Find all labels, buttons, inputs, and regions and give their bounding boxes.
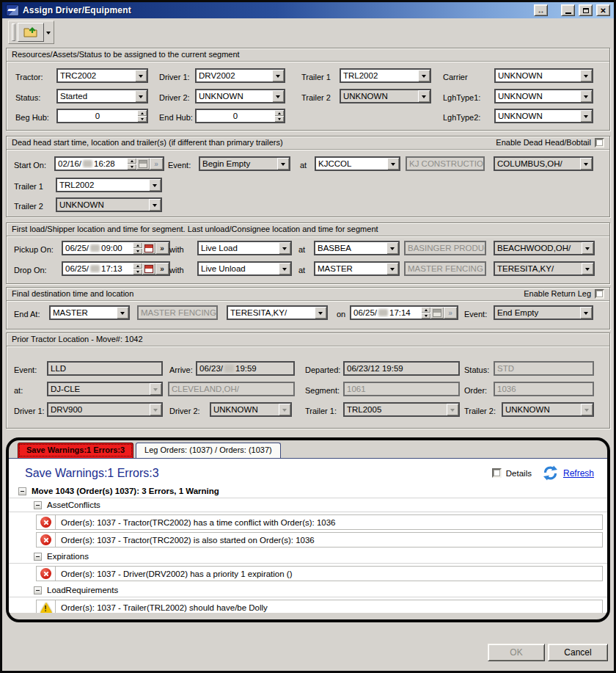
- calendar-button: [430, 307, 444, 319]
- more-times-button[interactable]: »: [155, 242, 169, 254]
- final-datetime[interactable]: 06/25/17:14 »: [350, 305, 458, 320]
- details-checkbox[interactable]: [492, 468, 502, 478]
- pickup-datetime[interactable]: 06/25/09:00 »: [62, 241, 170, 255]
- dropdown-arrow-icon[interactable]: [580, 90, 592, 102]
- dropdown-arrow-icon[interactable]: [279, 263, 290, 274]
- collapse-icon[interactable]: [34, 586, 42, 594]
- dropdown-arrow-icon[interactable]: [272, 90, 284, 102]
- collapse-icon[interactable]: [34, 553, 42, 561]
- titlebar[interactable]: Assign Driver/Equipment ↔ ✕: [2, 2, 614, 18]
- driver2-combo[interactable]: UNKNOWN: [195, 89, 285, 103]
- dh-location-code-combo[interactable]: KJCCOL: [315, 156, 400, 171]
- dh-trailer1-combo[interactable]: TRL2002: [56, 178, 162, 192]
- lghtype2-combo[interactable]: UNKNOWN: [494, 109, 593, 123]
- restore-size-button[interactable]: ↔: [534, 4, 548, 16]
- cancel-button[interactable]: Cancel: [548, 644, 608, 661]
- dropdown-arrow-icon[interactable]: [387, 158, 399, 170]
- group-deadhead: Dead head start time, location and trail…: [6, 136, 610, 217]
- spinner-buttons[interactable]: [137, 110, 147, 122]
- spinner-buttons[interactable]: [127, 158, 136, 170]
- dropdown-arrow-icon[interactable]: [117, 307, 128, 319]
- open-folder-button[interactable]: [18, 23, 44, 42]
- group-resources: Resources/Assets/Status to be assigned t…: [6, 48, 610, 131]
- dh-trailer2-label: Trailer 2: [14, 199, 43, 214]
- prior-segment-label: Segment:: [305, 383, 340, 398]
- dropdown-arrow-icon[interactable]: [386, 242, 398, 254]
- tree-group-row: AssetConflicts: [9, 498, 607, 512]
- refresh-link[interactable]: Refresh: [563, 468, 594, 479]
- calendar-button[interactable]: [142, 263, 155, 274]
- lghtype2-label: LghType2:: [443, 110, 480, 125]
- dh-event-label: Event:: [168, 158, 191, 172]
- enable-deadhead-checkbox[interactable]: [595, 138, 604, 148]
- spinner-buttons[interactable]: [421, 307, 430, 319]
- calendar-icon: [139, 160, 147, 168]
- toolbar-grip[interactable]: [12, 23, 15, 41]
- tab-save-warnings[interactable]: Save Warnings:1 Errors:3: [18, 443, 133, 458]
- drop-at-label: at: [298, 263, 305, 277]
- redacted-year: [90, 265, 100, 272]
- refresh-icon[interactable]: [542, 465, 559, 481]
- minimize-button[interactable]: [561, 4, 575, 16]
- dropdown-arrow-icon: [279, 404, 290, 415]
- pickup-on-label: Pickup On:: [14, 242, 54, 257]
- dropdown-arrow-icon[interactable]: [580, 70, 592, 81]
- collapse-icon[interactable]: [18, 487, 26, 495]
- enable-return-leg-checkbox[interactable]: [595, 289, 604, 299]
- lghtype1-combo[interactable]: UNKNOWN: [494, 89, 593, 103]
- beg-hub-label: Beg Hub:: [15, 110, 49, 125]
- end-at-name-field: MASTER FENCING: [137, 305, 218, 320]
- dh-at-label: at: [300, 158, 307, 172]
- pickup-location-code-combo[interactable]: BASBEA: [314, 241, 400, 255]
- spinner-buttons[interactable]: [133, 263, 142, 274]
- open-folder-dropdown[interactable]: [44, 23, 53, 41]
- dropdown-arrow-icon[interactable]: [315, 307, 326, 319]
- dropdown-arrow-icon[interactable]: [279, 242, 290, 254]
- carrier-combo[interactable]: UNKNOWN: [494, 68, 593, 83]
- maximize-button[interactable]: [579, 4, 593, 16]
- tree-error-item: Order(s): 1037 - Driver(DRV2002) has a p…: [36, 566, 603, 581]
- close-button[interactable]: ✕: [596, 4, 610, 16]
- dropdown-arrow-icon[interactable]: [272, 70, 284, 81]
- pickup-location-name-field: BASINGER PRODUCT: [404, 241, 486, 255]
- end-hub-spinner[interactable]: 0: [195, 109, 285, 123]
- drop-location-city-combo: TERESITA,KY/: [494, 261, 595, 276]
- calendar-button[interactable]: [142, 242, 155, 254]
- pickup-location-city-combo: BEACHWOOD,OH/: [494, 241, 595, 255]
- spinner-buttons[interactable]: [274, 110, 284, 122]
- dropdown-arrow-icon[interactable]: [149, 179, 161, 191]
- driver1-combo[interactable]: DRV2002: [195, 68, 285, 83]
- trailer1-combo[interactable]: TRL2002: [340, 68, 431, 83]
- more-times-button: »: [444, 307, 457, 319]
- tractor-combo[interactable]: TRC2002: [56, 68, 148, 83]
- prior-status-label: Status:: [464, 363, 489, 377]
- status-combo[interactable]: Started: [56, 89, 148, 103]
- tree-root-text: Move 1043 (Order(s) 1037): 3 Errors, 1 W…: [32, 487, 219, 495]
- drop-datetime[interactable]: 06/25/17:13 »: [62, 261, 170, 276]
- prior-driver1-combo: DRV900: [47, 402, 163, 417]
- window-title: Assign Driver/Equipment: [23, 5, 530, 15]
- prior-city-field: CLEVELAND,OH/: [168, 382, 295, 396]
- dropdown-arrow-icon: [150, 383, 161, 395]
- dropdown-arrow-icon: [582, 263, 593, 274]
- more-times-button[interactable]: »: [155, 263, 169, 274]
- pickup-event-combo[interactable]: Live Load: [197, 241, 292, 255]
- start-on-datetime[interactable]: 02/16/16:28 »: [54, 156, 164, 171]
- drop-event-combo[interactable]: Live Unload: [197, 261, 292, 276]
- dropdown-arrow-icon[interactable]: [135, 90, 147, 102]
- end-at-code-combo[interactable]: MASTER: [49, 305, 130, 320]
- beg-hub-spinner[interactable]: 0: [56, 109, 148, 123]
- group-deadhead-title: Dead head start time, location and trail…: [12, 137, 283, 149]
- dropdown-arrow-icon[interactable]: [580, 110, 592, 122]
- dropdown-arrow-icon[interactable]: [418, 70, 430, 81]
- dropdown-arrow-icon[interactable]: [386, 263, 398, 274]
- drop-location-code-combo[interactable]: MASTER: [314, 261, 400, 276]
- collapse-icon[interactable]: [34, 501, 42, 509]
- details-label: Details: [506, 469, 532, 478]
- tab-leg-orders[interactable]: Leg Orders: (1037) / Orders: (1037): [136, 443, 281, 458]
- end-at-city-combo[interactable]: TERESITA,KY/: [227, 305, 328, 320]
- tab-bar: Save Warnings:1 Errors:3 Leg Orders: (10…: [9, 440, 607, 458]
- spinner-buttons[interactable]: [133, 242, 142, 254]
- prior-status-field: STD: [494, 361, 594, 376]
- dropdown-arrow-icon[interactable]: [135, 70, 147, 81]
